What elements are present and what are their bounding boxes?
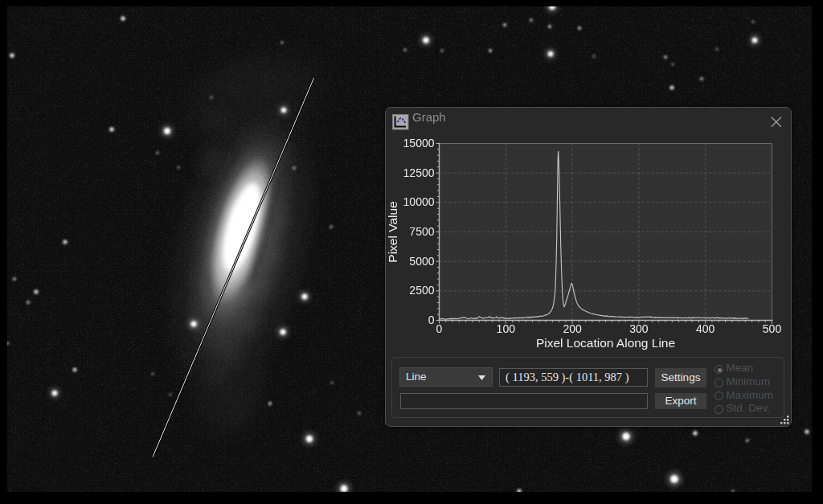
svg-text:0: 0 <box>436 322 443 335</box>
svg-text:500: 500 <box>763 322 782 335</box>
svg-text:15000: 15000 <box>403 137 435 150</box>
svg-text:Pixel Value: Pixel Value <box>386 201 399 262</box>
svg-text:0: 0 <box>428 313 435 326</box>
svg-text:400: 400 <box>696 322 715 335</box>
svg-text:10000: 10000 <box>403 195 435 208</box>
svg-text:Pixel Location Along Line: Pixel Location Along Line <box>536 336 675 350</box>
svg-text:100: 100 <box>497 322 516 335</box>
svg-text:300: 300 <box>629 322 649 335</box>
svg-text:7500: 7500 <box>409 225 434 238</box>
svg-text:200: 200 <box>563 322 582 335</box>
svg-text:5000: 5000 <box>409 255 434 268</box>
svg-text:12500: 12500 <box>403 166 435 179</box>
svg-text:2500: 2500 <box>409 284 434 297</box>
